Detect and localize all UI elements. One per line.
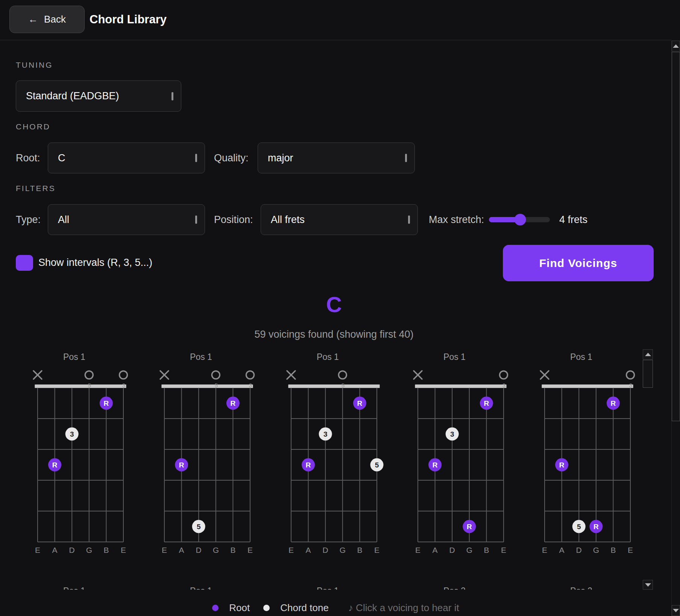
- results-scroll-down-button[interactable]: [643, 580, 653, 590]
- max-stretch-value: 4 frets: [559, 204, 587, 235]
- open-string-icon: [119, 371, 127, 379]
- voicing-position-label: Pos 1: [190, 352, 224, 362]
- string-name-label: G: [339, 546, 345, 554]
- open-string-icon: [499, 371, 507, 379]
- results-scroll-up-button[interactable]: [643, 349, 653, 360]
- back-button[interactable]: ← Back: [9, 6, 85, 33]
- position-label: Position:: [214, 204, 253, 235]
- voicing-position-label: Pos 1: [317, 586, 351, 590]
- voicing-card[interactable]: Pos 153RR5EADGBE: [144, 349, 270, 558]
- string-name-label: E: [415, 546, 420, 554]
- voicing-position-label: Pos 1: [570, 352, 604, 362]
- page-scrollbar-thumb[interactable]: [672, 52, 680, 421]
- voicing-position-label: Pos 1: [63, 586, 97, 590]
- results-scrollbar-thumb[interactable]: [643, 360, 653, 388]
- nut: [542, 385, 633, 388]
- quality-select[interactable]: major: [258, 143, 415, 173]
- string-name-label: B: [357, 546, 362, 554]
- find-voicings-button[interactable]: Find Voicings: [503, 245, 654, 281]
- results-scrollbar[interactable]: [643, 349, 653, 590]
- tuning-select-value: Standard (EADGBE): [26, 90, 119, 102]
- chord-section-label: CHORD: [16, 122, 50, 131]
- voicing-card[interactable]: Pos 15R3R5EADGBE: [270, 349, 397, 558]
- string-name-label: D: [322, 546, 328, 554]
- max-stretch-slider[interactable]: [489, 204, 550, 235]
- voicing-card[interactable]: Pos 1EADGBE: [270, 583, 397, 590]
- string-name-label: G: [86, 546, 92, 554]
- string-name-label: E: [247, 546, 252, 554]
- legend-hint: ♪ Click a voicing to hear it: [348, 602, 459, 614]
- voicing-position-label: Pos 1: [190, 586, 224, 590]
- filters-section-label: FILTERS: [16, 184, 56, 193]
- slider-thumb[interactable]: [515, 214, 526, 226]
- position-select[interactable]: All frets: [261, 204, 418, 235]
- voicing-position-label: Pos 2: [570, 586, 604, 590]
- max-stretch-label: Max stretch:: [429, 204, 484, 235]
- svg-text:3: 3: [70, 430, 74, 438]
- voicing-card[interactable]: Pos 13R3RREADGBE: [397, 349, 524, 558]
- root-select[interactable]: C: [48, 143, 205, 173]
- open-interval-label: 5: [88, 382, 91, 388]
- voicings-grid: Pos 153R3READGBEPos 153RR5EADGBEPos 15R3…: [14, 349, 643, 590]
- string-name-label: B: [230, 546, 235, 554]
- svg-text:5: 5: [577, 523, 581, 531]
- string-name-label: E: [501, 546, 506, 554]
- open-interval-label: 3: [122, 382, 125, 388]
- voicing-card[interactable]: Pos 2EADGBE: [524, 583, 643, 590]
- nut: [35, 385, 126, 388]
- svg-text:R: R: [484, 399, 489, 407]
- show-intervals-checkbox[interactable]: [16, 255, 33, 271]
- voicing-card[interactable]: Pos 13RR5READGBE: [524, 349, 643, 558]
- svg-text:R: R: [103, 399, 109, 407]
- string-name-label: E: [120, 546, 126, 554]
- string-name-label: G: [466, 546, 472, 554]
- string-name-label: E: [542, 546, 547, 554]
- open-interval-label: 3: [502, 382, 505, 388]
- string-name-label: B: [610, 546, 616, 554]
- chord-name-heading: C: [0, 292, 668, 317]
- chord-diagram: 53R3READGBE: [24, 366, 137, 558]
- arrow-down-icon: [645, 583, 651, 587]
- svg-text:R: R: [357, 399, 362, 407]
- svg-text:5: 5: [375, 461, 379, 469]
- svg-text:R: R: [559, 461, 564, 469]
- string-name-label: A: [559, 546, 564, 554]
- string-name-label: A: [179, 546, 184, 554]
- open-interval-label: 5: [214, 382, 217, 388]
- page-scrollbar[interactable]: [671, 40, 680, 616]
- chord-diagram: 5R3R5EADGBE: [278, 366, 390, 558]
- voicings-summary: 59 voicings found (showing first 40): [0, 329, 668, 340]
- svg-text:R: R: [593, 523, 598, 531]
- chord-diagram: 3RR5READGBE: [531, 366, 643, 558]
- show-intervals-label: Show intervals (R, 3, 5...): [38, 253, 152, 272]
- svg-text:5: 5: [196, 523, 200, 531]
- voicings-scroll-area[interactable]: Pos 153R3READGBEPos 153RR5EADGBEPos 15R3…: [14, 349, 643, 590]
- string-name-label: A: [305, 546, 311, 554]
- nut: [415, 385, 506, 388]
- nut: [162, 385, 253, 388]
- open-interval-label: 3: [629, 382, 632, 388]
- svg-text:R: R: [305, 461, 311, 469]
- tuning-section-label: TUNING: [16, 61, 53, 70]
- voicing-position-label: Pos 1: [63, 352, 97, 362]
- voicing-card[interactable]: Pos 153R3READGBE: [17, 349, 144, 558]
- page-scroll-up-button[interactable]: [672, 41, 680, 52]
- open-string-icon: [626, 371, 634, 379]
- string-name-label: D: [196, 546, 201, 554]
- chord-diagram: 3R3RREADGBE: [404, 366, 517, 558]
- page-scroll-down-button[interactable]: [672, 605, 680, 616]
- tuning-select[interactable]: Standard (EADGBE): [16, 80, 181, 112]
- voicing-card[interactable]: Pos 1EADGBE: [144, 583, 270, 590]
- svg-text:R: R: [432, 461, 437, 469]
- header-divider: [0, 40, 671, 40]
- slider-track[interactable]: [489, 217, 550, 222]
- nut: [288, 385, 379, 388]
- string-name-label: D: [449, 546, 455, 554]
- string-name-label: E: [288, 546, 293, 554]
- voicing-card[interactable]: Pos 1EADGBE: [17, 583, 144, 590]
- voicing-card[interactable]: Pos 2EADGBE: [397, 583, 524, 590]
- string-name-label: E: [627, 546, 633, 554]
- string-name-label: A: [432, 546, 437, 554]
- type-select[interactable]: All: [48, 204, 205, 235]
- svg-text:3: 3: [450, 430, 454, 438]
